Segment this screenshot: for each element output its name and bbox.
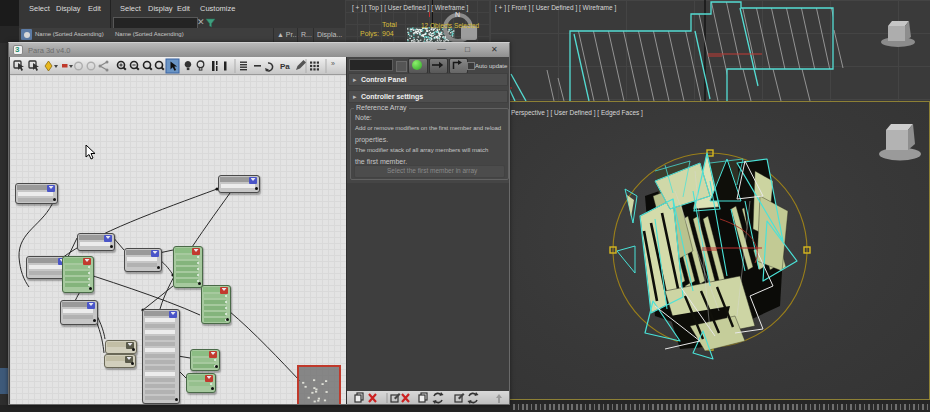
svg-text:»: » xyxy=(331,60,335,67)
svg-text:N: N xyxy=(455,11,460,18)
svg-text:Pa: Pa xyxy=(280,62,290,71)
